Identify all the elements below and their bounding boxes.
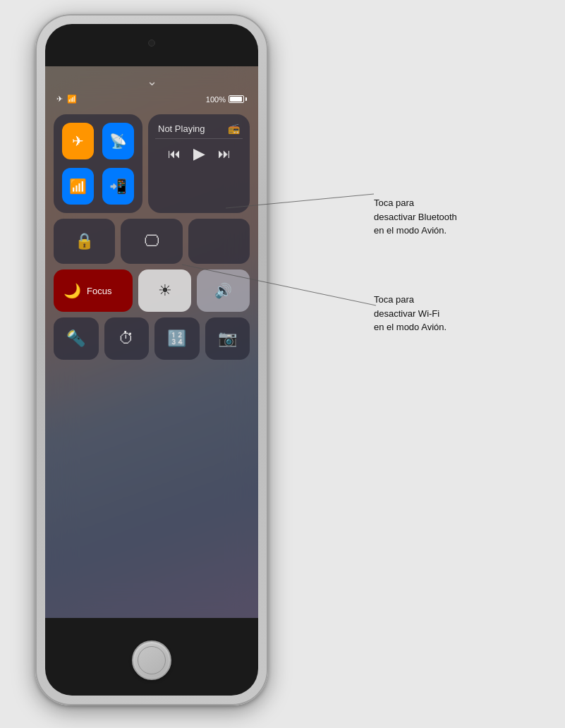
timer-button[interactable]: ⏱ [104, 317, 150, 360]
wifi-annotation: Toca paradesactivar Wi-Fien el modo Avió… [374, 293, 446, 334]
front-camera [148, 40, 155, 47]
not-playing-text: Not Playing [158, 123, 205, 134]
camera-button[interactable]: 📷 [205, 317, 250, 360]
battery-body [229, 95, 244, 103]
fast-forward-button[interactable]: ⏭ [218, 147, 231, 162]
bluetooth-annotation-line [226, 187, 381, 229]
wifi-annotation-text: Toca paradesactivar Wi-Fien el modo Avió… [374, 294, 446, 332]
now-playing-top: Not Playing 📻 [148, 114, 250, 138]
status-right: 100% [206, 95, 247, 104]
calculator-icon: 🔢 [167, 329, 186, 348]
home-button-inner [138, 646, 166, 674]
chevron-icon[interactable]: ⌄ [147, 75, 157, 87]
bluetooth-button[interactable]: 📲 [102, 168, 134, 205]
airplay-icon[interactable]: 📻 [228, 123, 240, 134]
controls-grid: ✈ 📡 📶 📲 [54, 114, 250, 360]
focus-button[interactable]: 🌙 Focus [54, 269, 133, 312]
control-center: ⌄ ✈ 📶 100% [45, 66, 258, 618]
bluetooth-annotation-text: Toca paradesactivar Bluetoothen el modo … [374, 198, 457, 236]
connectivity-block: ✈ 📡 📶 📲 [54, 114, 142, 213]
airplane-button[interactable]: ✈ [62, 123, 94, 159]
screen-mirroring-button[interactable]: 🖵 [121, 219, 182, 264]
airplane-status-icon: ✈ [56, 95, 63, 104]
svg-line-1 [182, 265, 376, 305]
wifi-annotation-line [182, 257, 379, 314]
timer-icon: ⏱ [119, 329, 134, 348]
battery-fill [230, 97, 242, 102]
top-row: ✈ 📡 📶 📲 [54, 114, 250, 213]
orientation-lock-button[interactable]: 🔒 [54, 219, 115, 264]
battery-percent: 100% [206, 95, 226, 104]
device-shell: ⌄ ✈ 📶 100% [35, 14, 268, 705]
wifi-button[interactable]: 📶 [62, 168, 94, 205]
bluetooth-icon: 📲 [109, 178, 127, 195]
play-pause-button[interactable]: ▶ [193, 145, 205, 163]
wifi-status-icon: 📶 [67, 95, 77, 104]
playback-controls: ⏮ ▶ ⏭ [148, 139, 250, 171]
device-inner: ⌄ ✈ 📶 100% [45, 24, 258, 696]
status-left: ✈ 📶 [56, 95, 77, 104]
calculator-button[interactable]: 🔢 [154, 317, 200, 360]
bluetooth-annotation: Toca paradesactivar Bluetoothen el modo … [374, 196, 457, 238]
rewind-button[interactable]: ⏮ [168, 147, 181, 162]
airplane-icon: ✈ [72, 133, 84, 150]
status-bar: ✈ 📶 100% [56, 95, 247, 104]
battery-tip [245, 97, 247, 101]
battery-icon [229, 95, 247, 103]
bottom-row: 🔦 ⏱ 🔢 📷 [54, 317, 250, 360]
focus-label: Focus [87, 286, 111, 296]
airdrop-icon: 📡 [109, 133, 127, 150]
svg-line-0 [226, 194, 374, 208]
wifi-icon: 📶 [69, 178, 87, 195]
camera-icon: 📷 [218, 329, 237, 348]
moon-icon: 🌙 [63, 282, 81, 299]
screen-mirroring-icon: 🖵 [144, 232, 159, 250]
flashlight-button[interactable]: 🔦 [54, 317, 99, 360]
brightness-icon: ☀ [158, 281, 172, 300]
screen: ⌄ ✈ 📶 100% [45, 66, 258, 618]
home-button[interactable] [132, 641, 171, 680]
airdrop-button[interactable]: 📡 [102, 123, 134, 159]
orientation-lock-icon: 🔒 [75, 232, 94, 250]
flashlight-icon: 🔦 [66, 329, 85, 348]
